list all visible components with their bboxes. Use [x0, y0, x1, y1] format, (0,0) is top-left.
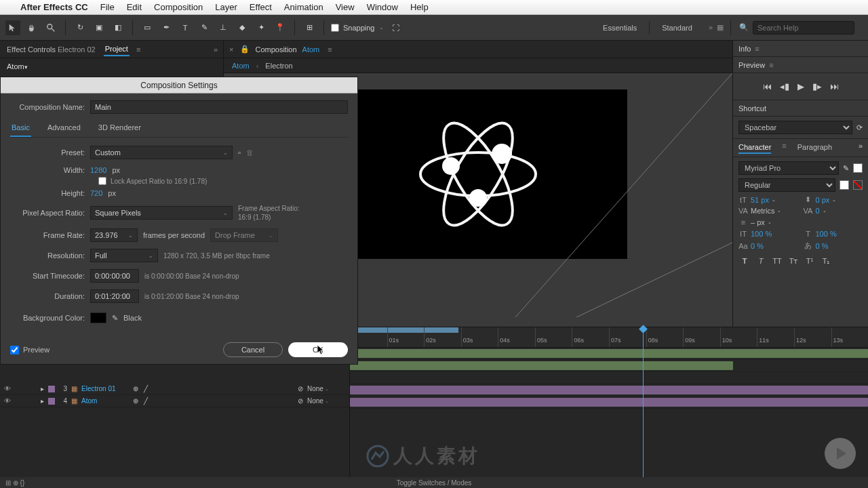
- app-name[interactable]: After Effects CC: [20, 2, 88, 12]
- ok-button[interactable]: OK: [288, 342, 348, 357]
- delete-preset-icon[interactable]: 🗑: [246, 148, 254, 157]
- save-preset-icon[interactable]: ▫: [238, 148, 241, 157]
- snapping-toggle[interactable]: Snapping ⌄ ⛶: [331, 24, 399, 32]
- eyedropper-icon[interactable]: ✎: [843, 164, 849, 173]
- type-tool[interactable]: T: [178, 20, 193, 35]
- eraser-tool[interactable]: ◆: [235, 20, 250, 35]
- brush-tool[interactable]: ✎: [197, 20, 212, 35]
- preview-checkbox[interactable]: Preview: [10, 346, 50, 354]
- tab-advanced[interactable]: Advanced: [46, 121, 82, 137]
- rotation-tool[interactable]: ↻: [73, 20, 87, 35]
- baseline-value[interactable]: 0 %: [751, 242, 764, 250]
- workspace-settings-icon[interactable]: ▦: [717, 23, 724, 32]
- menu-layer[interactable]: Layer: [215, 2, 237, 12]
- clone-tool[interactable]: ⊥: [216, 20, 231, 35]
- height-value[interactable]: 720: [90, 189, 102, 197]
- next-frame-button[interactable]: ▮▸: [812, 81, 822, 92]
- cancel-button[interactable]: Cancel: [223, 342, 283, 357]
- resolution-select[interactable]: Full⌄: [90, 249, 158, 262]
- rectangle-tool[interactable]: ▭: [140, 20, 155, 35]
- shortcut-select[interactable]: Spacebar: [738, 121, 852, 134]
- menu-composition[interactable]: Composition: [154, 2, 203, 12]
- font-select[interactable]: Myriad Pro: [738, 161, 839, 175]
- menu-view[interactable]: View: [336, 2, 355, 12]
- first-frame-button[interactable]: ⏮: [763, 81, 772, 92]
- local-axis-icon[interactable]: ⊞: [302, 20, 317, 35]
- subscript-icon[interactable]: T₁: [820, 257, 832, 266]
- allcaps-icon[interactable]: TT: [771, 257, 783, 266]
- hand-tool[interactable]: [24, 20, 39, 35]
- tracking-value[interactable]: 0: [816, 207, 820, 215]
- camera-tool[interactable]: ▣: [92, 20, 106, 35]
- roto-tool[interactable]: ✦: [254, 20, 269, 35]
- puppet-tool[interactable]: 📍: [273, 20, 288, 35]
- close-comp-icon[interactable]: ×: [229, 45, 233, 54]
- layer-row-3[interactable]: 👁 ▸ 3 ▦ Electron 01 ⊕ ╱ ⊘ None⌄: [0, 383, 349, 395]
- play-button[interactable]: ▶: [797, 81, 804, 92]
- character-tab[interactable]: Character: [738, 142, 771, 154]
- tab-basic[interactable]: Basic: [10, 121, 31, 137]
- label-color[interactable]: [48, 398, 55, 405]
- info-panel-title[interactable]: Info: [738, 45, 751, 53]
- effect-controls-tab[interactable]: Effect Controls Electron 02: [5, 43, 97, 56]
- layer-row-4[interactable]: 👁 ▸ 4 ▦ Atom ⊕ ╱ ⊘ None⌄: [0, 395, 349, 407]
- comp-lock-icon[interactable]: 🔒: [240, 45, 250, 54]
- visibility-icon[interactable]: 👁: [4, 385, 12, 392]
- prev-frame-button[interactable]: ◂▮: [780, 81, 789, 92]
- pen-tool[interactable]: ✒: [159, 20, 174, 35]
- menu-file[interactable]: File: [100, 2, 115, 12]
- label-color[interactable]: [48, 386, 55, 392]
- framerate-select[interactable]: 23.976⌄: [90, 228, 138, 242]
- preset-select[interactable]: Custom⌄: [90, 146, 233, 159]
- visibility-icon[interactable]: 👁: [4, 397, 12, 405]
- par-select[interactable]: Square Pixels⌄: [90, 206, 233, 220]
- char-more-icon[interactable]: »: [859, 142, 863, 154]
- workspace-standard[interactable]: Standard: [650, 21, 705, 35]
- preview-panel-title[interactable]: Preview: [738, 61, 765, 69]
- nofill-icon[interactable]: [853, 180, 863, 190]
- project-item[interactable]: Atom▾: [0, 58, 223, 75]
- menu-window[interactable]: Window: [367, 2, 398, 12]
- status-icons[interactable]: ⊞ ⊕ {}: [5, 479, 24, 487]
- stroke-width[interactable]: – px: [751, 218, 765, 226]
- font-size-value[interactable]: 51 px: [751, 196, 769, 204]
- comp-tab-link[interactable]: Atom: [302, 45, 320, 54]
- last-frame-button[interactable]: ⏭: [830, 81, 839, 92]
- eyedropper-icon[interactable]: ✎: [112, 314, 118, 323]
- smallcaps-icon[interactable]: Tᴛ: [787, 257, 800, 266]
- panel-more-icon[interactable]: »: [214, 45, 218, 54]
- kerning-value[interactable]: Metrics: [751, 207, 774, 215]
- menu-edit[interactable]: Edit: [127, 2, 142, 12]
- crumb-electron[interactable]: Electron: [265, 62, 292, 70]
- paragraph-tab[interactable]: Paragraph: [797, 142, 832, 154]
- weight-select[interactable]: Regular: [738, 178, 835, 192]
- pan-behind-tool[interactable]: ◧: [111, 20, 125, 35]
- crumb-atom[interactable]: Atom: [232, 62, 250, 70]
- playhead[interactable]: [643, 327, 644, 477]
- lock-aspect-checkbox[interactable]: [98, 177, 106, 185]
- parent-select[interactable]: None⌄: [307, 397, 345, 405]
- workspace-essentials[interactable]: Essentials: [591, 21, 650, 35]
- start-timecode-input[interactable]: [90, 269, 139, 283]
- stroke-swatch[interactable]: [840, 180, 849, 190]
- menu-help[interactable]: Help: [410, 2, 429, 12]
- width-value[interactable]: 1280: [90, 166, 106, 174]
- vscale-value[interactable]: 100 %: [751, 230, 772, 238]
- project-tab[interactable]: Project: [104, 43, 130, 56]
- menu-animation[interactable]: Animation: [284, 2, 323, 12]
- comp-name-input[interactable]: [90, 100, 348, 114]
- workspace-more-icon[interactable]: »: [709, 23, 713, 32]
- hscale-value[interactable]: 100 %: [816, 230, 837, 238]
- superscript-icon[interactable]: T¹: [804, 257, 816, 266]
- duration-input[interactable]: [90, 289, 139, 303]
- italic-icon[interactable]: T: [755, 257, 767, 266]
- toggle-switches[interactable]: Toggle Switches / Modes: [397, 479, 472, 487]
- tsume-value[interactable]: 0 %: [816, 242, 829, 250]
- menu-effect[interactable]: Effect: [250, 2, 272, 12]
- selection-tool[interactable]: [5, 20, 20, 35]
- leading-value[interactable]: 0 px: [816, 196, 830, 204]
- parent-select[interactable]: None⌄: [307, 385, 345, 392]
- search-input[interactable]: [753, 21, 854, 35]
- zoom-tool[interactable]: [43, 20, 58, 35]
- play-overlay-icon[interactable]: [825, 438, 856, 469]
